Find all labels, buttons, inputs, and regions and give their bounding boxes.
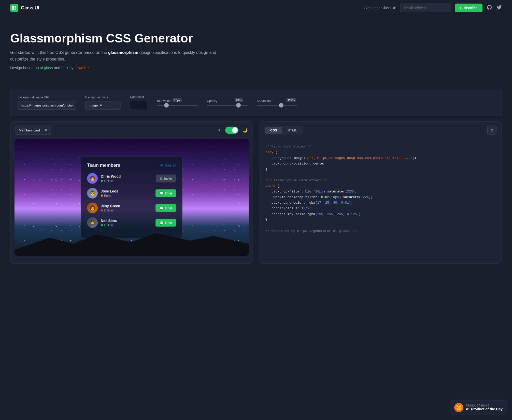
hero-description: Get started with this free CSS generator… bbox=[10, 49, 219, 62]
hero-section: Glassmorphism CSS Generator Get started … bbox=[0, 16, 229, 84]
code-line: body { bbox=[265, 149, 495, 155]
bg-url-group: Background image URL bbox=[18, 96, 76, 110]
subscribe-button[interactable]: Subscribe bbox=[455, 4, 482, 12]
status-dot-offline bbox=[101, 209, 103, 211]
copy-button[interactable]: ⧉ bbox=[487, 126, 496, 135]
code-line: background-color: rgba(17, 25, 40, 0.81)… bbox=[265, 200, 495, 206]
blur-slider-row: 10px bbox=[157, 105, 198, 106]
copy-icon: ⧉ bbox=[491, 128, 493, 132]
code-line: background-position: center; bbox=[265, 161, 495, 167]
chat-icon: 💬 bbox=[160, 191, 164, 195]
invite-button[interactable]: ⊞ Invite bbox=[156, 174, 176, 182]
code-line: border-radius: 12px; bbox=[265, 206, 495, 211]
main-content: Members card ▼ ☀ 🌙 Team members 👁 Se bbox=[10, 121, 502, 264]
eye-icon: 👁 bbox=[160, 163, 164, 167]
member-status: Online bbox=[101, 223, 117, 227]
moon-icon[interactable]: 🌙 bbox=[243, 128, 248, 133]
signup-label: Sign up to Glass UI: bbox=[364, 6, 396, 10]
opacity-group: Opacity 81% bbox=[207, 99, 248, 106]
component-label: Members card bbox=[19, 128, 40, 132]
avatar: 👩 bbox=[87, 203, 98, 213]
avatar: 🧔 bbox=[87, 217, 98, 228]
member-status: Offline bbox=[101, 208, 120, 212]
opacity-slider-row: 81% bbox=[207, 105, 248, 106]
flowbite-link[interactable]: Flowbite bbox=[75, 66, 89, 70]
chat-button[interactable]: 💬 Chat bbox=[155, 204, 176, 212]
member-row: 🧑 Chris Wood Online ⊞ Invite bbox=[87, 173, 176, 184]
member-name: Jose Leos bbox=[101, 189, 118, 193]
product-hunt-icon: 🐱 bbox=[454, 403, 463, 412]
avatar: 🧑 bbox=[87, 173, 98, 184]
dark-mode-toggle[interactable] bbox=[225, 127, 238, 134]
component-dropdown[interactable]: Members card ▼ bbox=[16, 126, 51, 135]
code-line: } bbox=[265, 217, 495, 223]
code-line: background-image: url('https://images.un… bbox=[265, 155, 495, 161]
twitter-icon[interactable] bbox=[496, 5, 502, 11]
member-name: Neil Sims bbox=[101, 218, 117, 222]
toggle-knob bbox=[232, 127, 238, 133]
card-color-label: Card color bbox=[130, 95, 148, 99]
hero-links: Design based on ui.glass and built by Fl… bbox=[10, 65, 219, 71]
member-row: 🧔 Neil Sims Online 💬 Chat bbox=[87, 217, 176, 228]
saturation-value: 122% bbox=[286, 98, 296, 102]
member-info: 👩 Jeny Green Offline bbox=[87, 203, 120, 213]
logo-text: Glass UI bbox=[21, 5, 39, 11]
code-line: /* Generated by https://generator.ui.gla… bbox=[265, 228, 495, 234]
product-hunt-text: PRODUCT HUNT #1 Product of the Day bbox=[466, 404, 503, 411]
member-row: 👩 Jeny Green Offline 💬 Chat bbox=[87, 203, 176, 213]
see-all-text: See all bbox=[165, 163, 176, 167]
opacity-slider[interactable] bbox=[207, 105, 248, 106]
ui-glass-link[interactable]: ui.glass bbox=[40, 66, 53, 70]
tab-html[interactable]: HTML bbox=[283, 127, 302, 134]
tab-css[interactable]: CSS bbox=[265, 127, 282, 134]
chevron-down-icon: ▼ bbox=[44, 128, 48, 132]
code-panel: CSS HTML ⧉ /* Background styles */ body … bbox=[259, 121, 502, 264]
glass-card: Team members 👁 See all 🧑 Chris Wood bbox=[81, 156, 182, 238]
bg-url-input[interactable] bbox=[18, 101, 76, 110]
logo-icon bbox=[10, 4, 18, 12]
status-dot-online bbox=[101, 224, 103, 226]
blur-group: Blur value 10px bbox=[157, 99, 198, 106]
card-color-picker[interactable] bbox=[130, 101, 148, 110]
member-name: Chris Wood bbox=[101, 174, 121, 178]
card-header: Team members 👁 See all bbox=[87, 163, 176, 168]
status-dot-busy bbox=[101, 194, 103, 197]
code-toolbar: CSS HTML ⧉ bbox=[259, 122, 502, 139]
product-hunt-badge[interactable]: 🐱 PRODUCT HUNT #1 Product of the Day bbox=[450, 400, 507, 415]
page-title: Glassmorphism CSS Generator bbox=[10, 31, 219, 45]
member-name: Jeny Green bbox=[101, 204, 120, 208]
saturation-slider[interactable] bbox=[257, 105, 297, 106]
bg-type-select[interactable]: Image ▼ bbox=[85, 101, 121, 110]
code-line: border: 1px solid rgba(255, 255, 255, 0.… bbox=[265, 212, 495, 217]
member-status: Online bbox=[101, 179, 121, 183]
see-all-link[interactable]: 👁 See all bbox=[160, 163, 176, 167]
nav-right: Sign up to Glass UI: Subscribe bbox=[364, 4, 502, 12]
chat-icon: 💬 bbox=[160, 221, 164, 224]
saturation-slider-row: 122% bbox=[257, 105, 297, 106]
blur-value: 10px bbox=[173, 98, 182, 102]
code-line: .card { bbox=[265, 183, 495, 189]
card-color-group: Card color bbox=[130, 95, 148, 110]
github-icon[interactable] bbox=[487, 5, 492, 11]
chat-button[interactable]: 💬 Chat bbox=[155, 219, 176, 227]
chevron-down-icon: ▼ bbox=[99, 103, 103, 107]
svg-rect-3 bbox=[15, 8, 16, 10]
member-info: 👨 Jose Leos Busy bbox=[87, 188, 118, 199]
card-title: Team members bbox=[87, 163, 120, 168]
ph-rank: #1 Product of the Day bbox=[466, 407, 503, 411]
member-row: 👨 Jose Leos Busy 💬 Chat bbox=[87, 188, 176, 199]
code-line bbox=[265, 223, 495, 228]
chat-button[interactable]: 💬 Chat bbox=[155, 189, 176, 197]
email-input[interactable] bbox=[400, 4, 451, 12]
saturation-group: Saturation 122% bbox=[257, 99, 297, 106]
code-block: /* Background styles */ body { backgroun… bbox=[259, 139, 502, 263]
code-line: } bbox=[265, 167, 495, 172]
avatar: 👨 bbox=[87, 188, 98, 199]
bg-type-label: Background type bbox=[85, 96, 121, 99]
preview-background: Team members 👁 See all 🧑 Chris Wood bbox=[15, 139, 249, 256]
logo[interactable]: Glass UI bbox=[10, 4, 39, 12]
blur-slider[interactable] bbox=[157, 105, 198, 106]
sun-icon[interactable]: ☀ bbox=[217, 127, 221, 133]
svg-rect-2 bbox=[12, 8, 14, 10]
code-line: /* Glassmorphism card effect */ bbox=[265, 178, 495, 183]
